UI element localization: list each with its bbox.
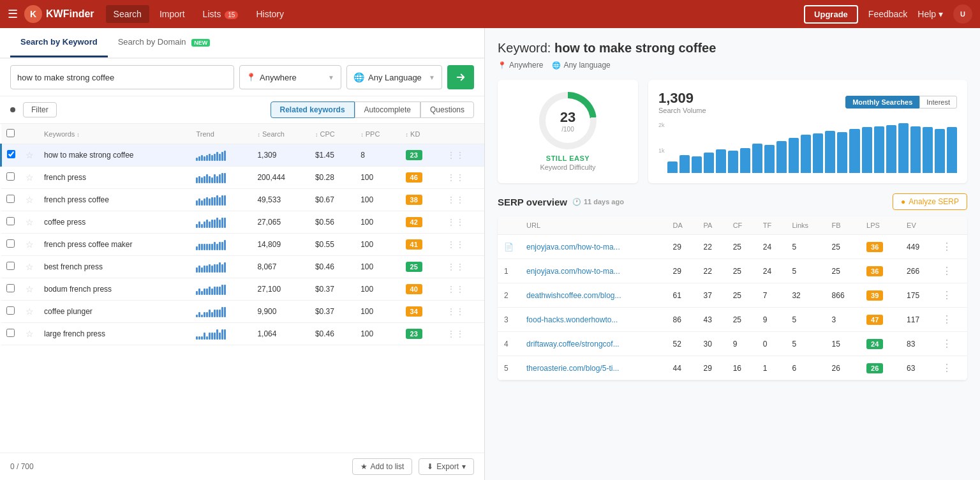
- tab-search-keyword[interactable]: Search by Keyword: [10, 28, 108, 57]
- tab-search-domain[interactable]: Search by Domain NEW: [108, 28, 221, 57]
- tab-questions[interactable]: Questions: [420, 101, 474, 118]
- chart-tab-monthly[interactable]: Monthly Searches: [845, 96, 919, 109]
- trend-bar: [211, 177, 213, 183]
- star-icon[interactable]: ☆: [26, 172, 34, 183]
- select-all-checkbox[interactable]: [6, 129, 15, 137]
- star-icon[interactable]: ☆: [26, 150, 34, 160]
- lists-badge: 15: [225, 11, 238, 19]
- search-button[interactable]: [447, 65, 474, 89]
- table-row: ☆ french press coffee maker 14,809 $0.55…: [1, 234, 485, 256]
- serp-url[interactable]: theroasterie.com/blog/5-ti...: [526, 364, 619, 373]
- serp-col-ev: EV: [900, 216, 935, 235]
- col-ppc[interactable]: ↕ PPC: [355, 124, 400, 144]
- col-keywords[interactable]: Keywords ↕: [39, 124, 191, 144]
- row-checkbox[interactable]: [6, 306, 15, 315]
- serp-url[interactable]: deathwishcoffee.com/blog...: [526, 291, 621, 300]
- col-trend: Trend: [191, 124, 252, 144]
- drag-handle-icon[interactable]: ⋮⋮: [447, 150, 464, 160]
- user-avatar[interactable]: U: [953, 4, 972, 24]
- trend-bar: [219, 333, 221, 340]
- star-icon[interactable]: ☆: [26, 239, 34, 250]
- star-icon[interactable]: ☆: [26, 284, 34, 294]
- row-checkbox[interactable]: [6, 262, 15, 270]
- row-checkbox[interactable]: [6, 329, 15, 337]
- drag-handle-icon[interactable]: ⋮⋮: [447, 306, 464, 317]
- drag-handle-icon[interactable]: ⋮⋮: [447, 172, 464, 183]
- trend-bar: [209, 244, 211, 250]
- star-icon[interactable]: ☆: [26, 195, 34, 205]
- app-name: KWFinder: [46, 8, 94, 20]
- drag-handle-icon[interactable]: ⋮⋮: [447, 195, 464, 205]
- drag-handle-icon[interactable]: ⋮⋮: [447, 329, 464, 339]
- drag-handle-icon[interactable]: ⋮⋮: [447, 262, 464, 272]
- meta-location: 📍 Anywhere: [498, 61, 543, 70]
- chart-tab-interest[interactable]: Interest: [919, 96, 957, 109]
- trend-bar: [201, 244, 203, 250]
- serp-more-icon[interactable]: ⋮: [942, 338, 953, 349]
- cpc-cell: $0.37: [310, 278, 355, 301]
- serp-ev: 83: [900, 332, 935, 356]
- trend-bars: [196, 261, 247, 273]
- add-to-list-button[interactable]: ★ Add to list: [352, 458, 413, 475]
- row-checkbox[interactable]: [6, 217, 15, 225]
- serp-url[interactable]: enjoyjava.com/how-to-ma...: [526, 243, 620, 251]
- bottom-bar: 0 / 700 ★ Add to list ⬇ Export ▾: [0, 453, 484, 480]
- row-checkbox[interactable]: [6, 195, 15, 203]
- app-logo[interactable]: K KWFinder: [24, 5, 94, 23]
- row-checkbox[interactable]: [6, 284, 15, 292]
- star-icon[interactable]: ☆: [26, 306, 34, 317]
- tab-autocomplete[interactable]: Autocomplete: [355, 101, 420, 118]
- col-search[interactable]: ↕ Search: [252, 124, 309, 144]
- serp-more-icon[interactable]: ⋮: [942, 241, 953, 252]
- chart-bar: [764, 145, 775, 173]
- drag-handle-icon[interactable]: ⋮⋮: [447, 284, 464, 294]
- row-checkbox[interactable]: [6, 239, 15, 248]
- language-selector[interactable]: 🌐 Any Language ▼: [346, 65, 442, 89]
- row-checkbox[interactable]: [6, 172, 15, 181]
- trend-bar: [214, 220, 216, 228]
- analyze-serp-button[interactable]: ● Analyze SERP: [893, 193, 967, 210]
- keyword-cell: coffee press: [39, 211, 191, 234]
- serp-url[interactable]: enjoyjava.com/how-to-ma...: [526, 267, 620, 276]
- upgrade-button[interactable]: Upgrade: [804, 5, 858, 24]
- location-selector[interactable]: 📍 Anywhere ▼: [239, 65, 341, 89]
- col-cpc[interactable]: ↕ CPC: [310, 124, 355, 144]
- drag-handle-icon[interactable]: ⋮⋮: [447, 217, 464, 227]
- serp-url[interactable]: food-hacks.wonderhowto...: [526, 315, 618, 324]
- trend-bar: [196, 336, 198, 340]
- feedback-link[interactable]: Feedback: [868, 9, 907, 19]
- serp-more-icon[interactable]: ⋮: [942, 290, 953, 301]
- trend-bar: [214, 310, 216, 317]
- nav-lists[interactable]: Lists 15: [195, 5, 246, 23]
- search-cell: 27,100: [252, 278, 309, 301]
- row-checkbox[interactable]: [7, 150, 15, 158]
- tab-related-keywords[interactable]: Related keywords: [271, 101, 355, 118]
- star-icon[interactable]: ☆: [26, 217, 34, 227]
- hamburger-menu[interactable]: ☰: [8, 7, 18, 21]
- drag-handle-icon[interactable]: ⋮⋮: [447, 239, 464, 250]
- nav-history[interactable]: History: [248, 5, 292, 23]
- trend-bars: [196, 239, 247, 250]
- export-button[interactable]: ⬇ Export ▾: [419, 458, 474, 475]
- ppc-cell: 100: [355, 189, 400, 211]
- keyword-input[interactable]: [17, 73, 227, 82]
- meta-language-icon: 🌐: [552, 61, 561, 70]
- star-icon[interactable]: ☆: [26, 329, 34, 339]
- help-link[interactable]: Help ▾: [917, 9, 943, 19]
- kd-title: Keyword Difficulty: [540, 163, 595, 171]
- col-kd[interactable]: ↕ KD: [401, 124, 442, 144]
- serp-more-icon[interactable]: ⋮: [942, 314, 953, 325]
- serp-url[interactable]: driftaway.coffee/strongcof...: [526, 340, 620, 349]
- nav-search[interactable]: Search: [106, 5, 149, 23]
- serp-more-icon[interactable]: ⋮: [942, 363, 953, 373]
- trend-bar: [224, 285, 226, 295]
- serp-lps-badge: 24: [866, 339, 883, 349]
- keyword-input-wrap[interactable]: [10, 65, 234, 89]
- ppc-cell: 100: [355, 211, 400, 234]
- star-icon[interactable]: ☆: [26, 262, 34, 272]
- serp-more-icon[interactable]: ⋮: [942, 266, 953, 276]
- keyword-meta: 📍 Anywhere 🌐 Any language: [498, 61, 967, 70]
- trend-bar: [209, 264, 211, 273]
- filter-button[interactable]: Filter: [23, 102, 57, 117]
- nav-import[interactable]: Import: [152, 5, 193, 23]
